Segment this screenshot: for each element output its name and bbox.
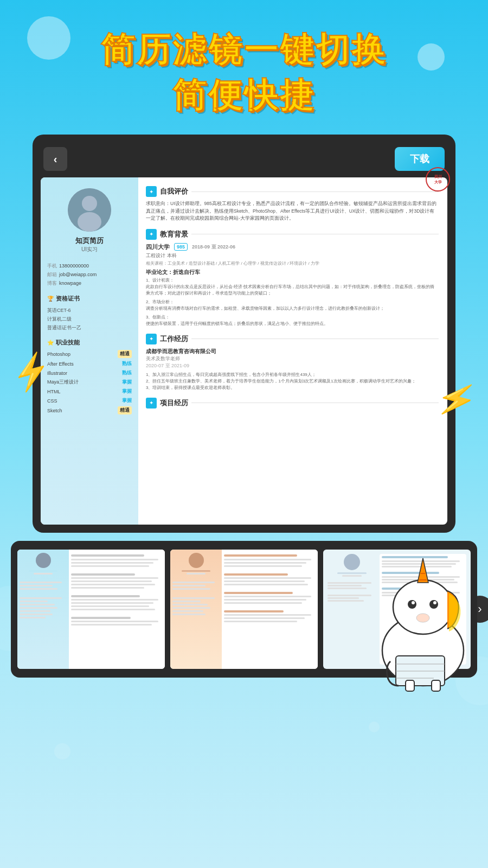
svg-point-4 <box>393 580 453 634</box>
svg-point-12 <box>416 614 429 622</box>
svg-marker-5 <box>418 558 428 583</box>
edu-project-text3: 3、创新点： 便捷的车锁装置，适用于任何幅度的锁车地点；折叠后的形状，满足占地小… <box>146 314 439 327</box>
edu-school: 四川大学 985 2018-09 至 2022-06 四川大学 <box>146 243 439 251</box>
work-text2: 2、担任五年级班主任兼数学、美术老师，着力于培养学生创造能力，1个月内策划3次艺… <box>146 378 439 385</box>
resume-sidebar: 知页简历 UI实习 手机13800000000 邮箱job@weiapp.com… <box>41 177 138 525</box>
contact-info: 手机13800000000 邮箱job@weiapp.com 博客knowpag… <box>47 261 132 288</box>
thumbnail-2[interactable] <box>170 550 318 669</box>
self-eval-icon: ✦ <box>146 186 157 197</box>
work-company: 成都学而思教育咨询有限公司 <box>146 348 439 355</box>
work-header: ✦ 工作经历 <box>146 334 439 344</box>
project-icon: ✦ <box>146 398 157 409</box>
device-topbar: ‹ 下载 <box>41 143 447 177</box>
avatar <box>68 188 111 232</box>
edu-degree: 工程设计 本科 <box>146 252 439 259</box>
svg-point-9 <box>429 600 438 609</box>
brand-name: 知页简历 <box>47 236 132 246</box>
work-text1: 1、加入浙江常山招生点，每日完成超高强度线下招生，包含小升初各年级并招生439人… <box>146 372 439 378</box>
svg-point-11 <box>433 601 436 604</box>
project-title: 项目经历 <box>160 398 188 408</box>
skill-item-maya: Maya三维设计 掌握 <box>47 379 132 386</box>
back-button[interactable]: ‹ <box>43 147 67 171</box>
work-date: 2020-07 至 2021-09 <box>146 362 439 369</box>
edu-title: 教育背景 <box>160 229 188 239</box>
skill-item-photoshop: Photoshop 精通 <box>47 350 132 358</box>
certs-title: 资格证书 <box>47 295 132 303</box>
skill-item-illustrator: Illustrator 熟练 <box>47 369 132 376</box>
svg-point-10 <box>412 601 415 604</box>
work-text3: 3、培训结束，获得授课点最受欢迎老师表彰。 <box>146 385 439 391</box>
svg-point-1 <box>82 196 97 211</box>
resume-wrapper: 知页简历 UI实习 手机13800000000 邮箱job@weiapp.com… <box>41 177 447 525</box>
hero-section: 简历滤镜一键切换 简便快捷 <box>0 0 488 135</box>
edu-project-text2: 2、市场分析： 调查分析现有消费市场对自行车的需求，如租赁、承载货物等因素，加以… <box>146 299 439 312</box>
project-header: ✦ 项目经历 <box>146 398 439 409</box>
avatar-area: 知页简历 UI实习 <box>47 188 132 253</box>
skill-item-html: HTML 掌握 <box>47 388 132 395</box>
work-icon: ✦ <box>146 334 157 344</box>
svg-point-8 <box>408 600 416 609</box>
svg-rect-17 <box>406 680 414 691</box>
edu-icon: ✦ <box>146 229 157 240</box>
cert-list: 英语CET-6 计算机二级 普通话证书一乙 <box>47 306 132 333</box>
svg-rect-18 <box>432 680 440 691</box>
thumbnail-1[interactable] <box>17 550 165 669</box>
edu-courses: 相关课程：工业美术 / 造型设计基础 / 人机工程学 / 心理学 / 视觉传达设… <box>146 260 439 266</box>
skill-item-sketch: Sketch 精通 <box>47 406 132 414</box>
self-eval-content: 求职意向：UI设计师助理。985高校工程设计专业，熟悉产品设计流程，有一定的团队… <box>146 200 439 222</box>
edu-project-text1: 1、设计初衷： 此款自行车设计的出发点是反思设计，从社会·经济·技术因素分析自行… <box>146 277 439 297</box>
svg-point-2 <box>78 212 101 232</box>
skill-item-css: CSS 掌握 <box>47 397 132 404</box>
brand-sub: UI实习 <box>47 246 132 253</box>
edu-header: ✦ 教育背景 <box>146 229 439 240</box>
work-role: 美术及数学老师 <box>146 355 439 362</box>
work-title: 工作经历 <box>160 334 188 344</box>
mascot <box>363 542 483 694</box>
device-frame: ‹ 下载 知页简历 UI实习 手机13800000 <box>33 135 455 533</box>
edu-project-title: 毕业论文：折迭自行车 <box>146 269 439 276</box>
self-eval-header: ✦ 自我评价 <box>146 186 439 197</box>
hero-line1: 简历滤镜一键切换 <box>0 27 488 73</box>
skills-title: 职业技能 <box>47 339 132 347</box>
resume-main: ✦ 自我评价 求职意向：UI设计师助理。985高校工程设计专业，熟悉产品设计流程… <box>138 177 447 525</box>
skill-item-aftereffects: After Effects 熟练 <box>47 360 132 367</box>
self-eval-title: 自我评价 <box>160 187 188 196</box>
hero-line2: 简便快捷 <box>0 73 488 118</box>
